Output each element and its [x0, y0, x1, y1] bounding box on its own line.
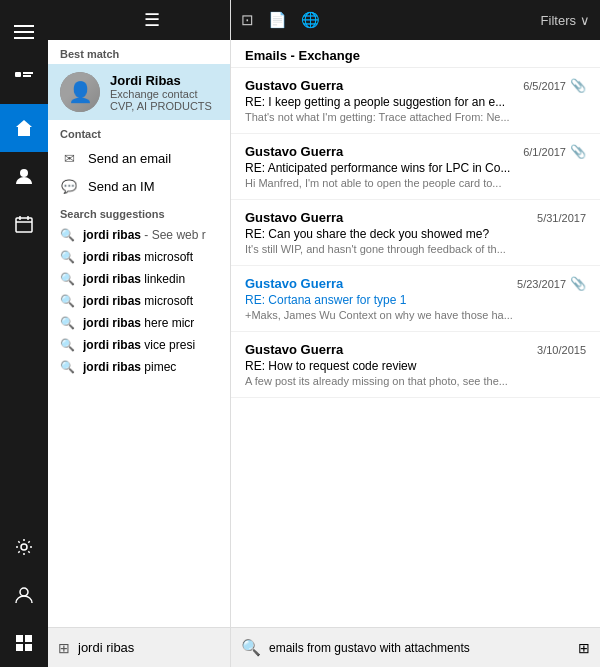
- email-list: Gustavo Guerra 6/5/2017 📎 RE: I keep get…: [231, 68, 600, 627]
- email-date-4: 3/10/2015: [537, 344, 586, 356]
- avatar: 👤: [60, 72, 100, 112]
- right-panel: ⊡ 📄 🌐 Filters ∨ Emails - Exchange Gustav…: [230, 0, 600, 667]
- send-im-item[interactable]: 💬 Send an IM: [48, 172, 256, 200]
- svg-rect-1: [14, 31, 34, 33]
- email-item-2[interactable]: Gustavo Guerra 5/31/2017 RE: Can you sha…: [231, 200, 600, 266]
- search-icon-right: 🔍: [241, 638, 261, 657]
- svg-rect-17: [25, 644, 32, 651]
- svg-rect-0: [14, 25, 34, 27]
- sidebar: [0, 0, 48, 667]
- suggestion-text-4: jordi ribas here micr: [83, 316, 194, 330]
- app-icon-3: 🌐: [301, 11, 320, 29]
- chevron-down-icon: ∨: [580, 13, 590, 28]
- im-icon: 💬: [60, 177, 78, 195]
- suggestion-1[interactable]: 🔍 jordi ribas microsoft: [48, 246, 256, 268]
- email-date-0: 6/5/2017 📎: [523, 78, 586, 93]
- email-item-3[interactable]: Gustavo Guerra 5/23/2017 📎 RE: Cortana a…: [231, 266, 600, 332]
- email-preview-4: A few post its already missing on that p…: [245, 375, 545, 387]
- avatar-face: 👤: [68, 80, 93, 104]
- settings-icon[interactable]: [0, 523, 48, 571]
- svg-rect-15: [25, 635, 32, 642]
- home-icon[interactable]: [0, 104, 48, 152]
- email-sender-4: Gustavo Guerra: [245, 342, 343, 357]
- suggestion-2[interactable]: 🔍 jordi ribas linkedin: [48, 268, 256, 290]
- svg-marker-6: [16, 120, 32, 136]
- contact-label: Contact: [48, 120, 256, 144]
- email-item-4[interactable]: Gustavo Guerra 3/10/2015 RE: How to requ…: [231, 332, 600, 398]
- email-preview-3: +Maks, James Wu Context on why we have t…: [245, 309, 545, 321]
- email-subject-0: RE: I keep getting a people suggestion f…: [245, 95, 535, 109]
- email-subject-3: RE: Cortana answer for type 1: [245, 293, 535, 307]
- email-subject-4: RE: How to request code review: [245, 359, 535, 373]
- svg-rect-3: [15, 72, 21, 77]
- search-topbar: ☰: [48, 0, 256, 40]
- email-item-0[interactable]: Gustavo Guerra 6/5/2017 📎 RE: I keep get…: [231, 68, 600, 134]
- suggestion-text-1: jordi ribas microsoft: [83, 250, 193, 264]
- svg-point-7: [20, 169, 28, 177]
- suggestion-6[interactable]: 🔍 jordi ribas pimec: [48, 356, 256, 378]
- email-sender-2: Gustavo Guerra: [245, 210, 343, 225]
- email-date-1: 6/1/2017 📎: [523, 144, 586, 159]
- email-sender-3: Gustavo Guerra: [245, 276, 343, 291]
- windows-start-icon: ⊞: [58, 640, 70, 656]
- avatar-inner: 👤: [60, 72, 100, 112]
- email-row1-0: Gustavo Guerra 6/5/2017 📎: [245, 78, 586, 93]
- attachment-icon-1: 📎: [570, 144, 586, 159]
- right-topbar: ⊡ 📄 🌐 Filters ∨: [231, 0, 600, 40]
- best-match-label: Best match: [48, 40, 256, 64]
- email-icon: ✉: [60, 149, 78, 167]
- suggestion-5[interactable]: 🔍 jordi ribas vice presi: [48, 334, 256, 356]
- search-content: ☰ Best match 👤 Jordi Ribas Exchange cont…: [48, 0, 256, 667]
- svg-point-12: [21, 544, 27, 550]
- windows-icon-right: ⊞: [578, 640, 590, 656]
- left-search-bar: ⊞: [48, 627, 256, 667]
- svg-rect-5: [23, 75, 31, 77]
- suggestion-4[interactable]: 🔍 jordi ribas here micr: [48, 312, 256, 334]
- search-icon-3: 🔍: [60, 294, 75, 308]
- contacts-icon[interactable]: [0, 152, 48, 200]
- search-icon-6: 🔍: [60, 360, 75, 374]
- svg-rect-16: [16, 644, 23, 651]
- search-icon-0: 🔍: [60, 228, 75, 242]
- email-row1-1: Gustavo Guerra 6/1/2017 📎: [245, 144, 586, 159]
- suggestion-0[interactable]: 🔍 jordi ribas - See web r: [48, 224, 256, 246]
- attachment-icon-3: 📎: [570, 276, 586, 291]
- best-match-item[interactable]: 👤 Jordi Ribas Exchange contact CVP, AI P…: [48, 64, 256, 120]
- best-match-name: Jordi Ribas: [110, 73, 212, 88]
- email-preview-1: Hi Manfred, I'm not able to open the peo…: [245, 177, 545, 189]
- email-item-1[interactable]: Gustavo Guerra 6/1/2017 📎 RE: Anticipate…: [231, 134, 600, 200]
- email-preview-2: It's still WIP, and hasn't gone through …: [245, 243, 545, 255]
- suggestions-label: Search suggestions: [48, 200, 256, 224]
- best-match-sub1: Exchange contact: [110, 88, 212, 100]
- email-sender-0: Gustavo Guerra: [245, 78, 343, 93]
- calendar-icon[interactable]: [0, 200, 48, 248]
- suggestion-3[interactable]: 🔍 jordi ribas microsoft: [48, 290, 256, 312]
- left-search-input[interactable]: [78, 640, 246, 655]
- send-im-label: Send an IM: [88, 179, 155, 194]
- app-icon-1: ⊡: [241, 11, 254, 29]
- filters-button[interactable]: Filters ∨: [541, 13, 590, 28]
- search-icon-1: 🔍: [60, 250, 75, 264]
- search-icon-5: 🔍: [60, 338, 75, 352]
- filters-label: Filters: [541, 13, 576, 28]
- suggestion-text-0: jordi ribas - See web r: [83, 228, 206, 242]
- suggestion-text-6: jordi ribas pimec: [83, 360, 176, 374]
- search-icon-4: 🔍: [60, 316, 75, 330]
- email-list-header: Emails - Exchange: [231, 40, 600, 68]
- mail-topbar-icon[interactable]: [0, 56, 48, 104]
- suggestion-text-5: jordi ribas vice presi: [83, 338, 195, 352]
- email-sender-1: Gustavo Guerra: [245, 144, 343, 159]
- left-panel: ☰ Best match 👤 Jordi Ribas Exchange cont…: [0, 0, 230, 667]
- user-bottom-icon[interactable]: [0, 571, 48, 619]
- svg-rect-14: [16, 635, 23, 642]
- suggestion-text-3: jordi ribas microsoft: [83, 294, 193, 308]
- menu-icon: ☰: [144, 9, 160, 31]
- send-email-item[interactable]: ✉ Send an email: [48, 144, 256, 172]
- app-icon-2: 📄: [268, 11, 287, 29]
- hamburger-icon[interactable]: [0, 8, 48, 56]
- email-subject-1: RE: Anticipated performance wins for LPC…: [245, 161, 535, 175]
- email-date-2: 5/31/2017: [537, 212, 586, 224]
- best-match-sub2: CVP, AI PRODUCTS: [110, 100, 212, 112]
- right-search-input[interactable]: [269, 641, 570, 655]
- windows-icon-left[interactable]: [0, 619, 48, 667]
